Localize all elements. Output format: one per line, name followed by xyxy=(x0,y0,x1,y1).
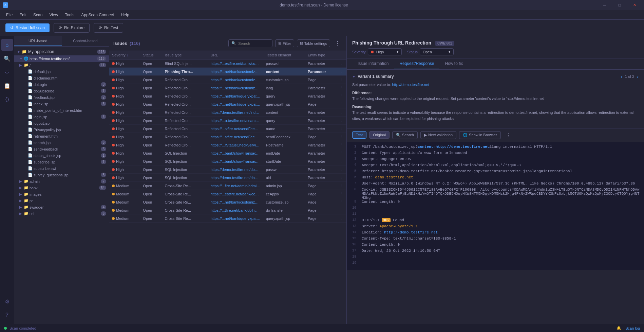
sidebar-icon-code[interactable]: ⟨⟩ xyxy=(1,93,13,105)
table-row[interactable]: High Open SQL Injection https://demo.tes… xyxy=(109,174,346,182)
table-row[interactable]: High Open Blind SQL Inje... https://...e… xyxy=(109,59,346,68)
sidebar-icon-help[interactable]: ? xyxy=(1,309,13,321)
tree-item-inside-points-of-interest-htm[interactable]: 📄 inside_points_of_interest.htm xyxy=(14,107,109,113)
cell-more[interactable]: ⋮ xyxy=(337,198,346,206)
cell-more[interactable]: ⋮ xyxy=(337,157,346,165)
cell-more[interactable]: ⋮ xyxy=(337,165,346,174)
cell-more[interactable]: ⋮ xyxy=(337,125,346,133)
cell-more[interactable]: ⋮ xyxy=(337,59,346,68)
cell-more[interactable]: ⋮ xyxy=(337,133,346,141)
more-options-button[interactable]: ⋮ xyxy=(333,39,342,47)
tree-item-images[interactable]: ▶📁 images xyxy=(14,191,109,197)
table-row[interactable]: Medium Open Cross-Site Re... https://...… xyxy=(109,214,346,223)
table-row[interactable]: High Open SQL Injection https://demo.tes… xyxy=(109,165,346,174)
cell-more[interactable]: ⋮ xyxy=(337,214,346,223)
collapse-arrow[interactable]: ▼ xyxy=(352,75,356,78)
show-browser-button[interactable]: 🌐 Show in Browser xyxy=(459,131,501,139)
sidebar-icon-settings[interactable]: ⚙ xyxy=(1,295,13,308)
sidebar-icon-shield[interactable]: 🛡 xyxy=(1,66,13,78)
tree-item-swagger[interactable]: ▶📁 swagger4 xyxy=(14,204,109,210)
sidebar-icon-home[interactable]: ⌂ xyxy=(1,39,13,51)
table-row[interactable]: High Open Reflected Cro... https://...o.… xyxy=(109,117,346,125)
table-row[interactable]: High Open Reflected Cro... https://...ne… xyxy=(109,84,346,92)
table-row[interactable]: High Open Reflected Cro... https://...ne… xyxy=(109,76,346,84)
retest-button[interactable]: ⟳ Re-Test xyxy=(94,23,123,33)
tab-issue-information[interactable]: Issue information xyxy=(352,58,394,69)
tree-item-pr[interactable]: ▶📁 pr xyxy=(14,197,109,204)
table-settings-button[interactable]: ⊟ Table settings xyxy=(297,39,330,47)
table-row[interactable]: High Open Reflected Cro... https://demo.… xyxy=(109,108,346,117)
cell-more[interactable]: ⋮ xyxy=(337,174,346,182)
menu-item-edit[interactable]: Edit xyxy=(16,11,30,19)
tree-item-sendfeedback[interactable]: 📄 sendFeedback5 xyxy=(14,146,109,152)
req-more-button[interactable]: ⋮ xyxy=(504,131,513,139)
tree-item-dosubscribe[interactable]: 📄 doSubscribe1 xyxy=(14,88,109,94)
tree-item-login-jsp[interactable]: 📄 login.jsp3 xyxy=(14,113,109,120)
cell-more[interactable]: ⋮ xyxy=(337,190,346,198)
menu-item-appscan connect[interactable]: AppScan Connect xyxy=(78,11,117,19)
tree-item-default-jsp[interactable]: 📄 default.jsp xyxy=(14,68,109,75)
tree-item-root-url[interactable]: ▼🌐 https://demo.testfire.net/116 xyxy=(14,55,109,62)
cell-more[interactable]: ⋮ xyxy=(337,141,346,149)
reexplore-button[interactable]: ⟳ Re-Explore xyxy=(54,23,90,33)
table-row[interactable]: High Open Reflected Cro... https://...st… xyxy=(109,125,346,133)
cell-more[interactable]: ⋮ xyxy=(337,182,346,190)
menu-item-help[interactable]: Help xyxy=(117,11,133,19)
tree-item-index-jsp[interactable]: 📄 index.jsp6 xyxy=(14,101,109,107)
tree-item-retirement-htm[interactable]: 📄 retirement.htm xyxy=(14,133,109,139)
status-select[interactable]: Open ▾ xyxy=(420,48,454,55)
tab-how-to-fix[interactable]: How to fix xyxy=(439,58,468,69)
variant-prev-button[interactable]: ‹ xyxy=(621,74,622,79)
severity-select[interactable]: High ▾ xyxy=(368,48,402,55)
cell-more[interactable]: ⋮ xyxy=(337,76,346,84)
table-row[interactable]: High Open Reflected Cro... https://...rS… xyxy=(109,141,346,149)
table-row[interactable]: High Open SQL Injection https://...bank/… xyxy=(109,157,346,165)
sidebar-icon-scan[interactable]: 🔍 xyxy=(1,52,13,65)
cell-more[interactable]: ⋮ xyxy=(337,108,346,117)
cell-more[interactable]: ⋮ xyxy=(337,84,346,92)
restart-scan-button[interactable]: ↺ Restart full scan xyxy=(5,23,50,32)
menu-item-tools[interactable]: Tools xyxy=(61,11,78,19)
menu-item-file[interactable]: File xyxy=(3,11,16,19)
cell-more[interactable]: ⋮ xyxy=(337,206,346,214)
cell-more[interactable]: ⋮ xyxy=(337,100,346,108)
tree-item-privacypolicy-jsp[interactable]: 📄 Privacypolicy.jsp xyxy=(14,126,109,133)
cell-more[interactable]: ⋮ xyxy=(337,68,346,76)
close-button[interactable]: ✕ xyxy=(628,0,641,10)
maximize-button[interactable]: □ xyxy=(613,0,626,10)
variant-next-button[interactable]: › xyxy=(637,74,639,79)
tree-item-disclaimer-htm[interactable]: 📄 disclaimer.htm xyxy=(14,75,109,81)
bell-icon[interactable]: 🔔 xyxy=(617,326,621,330)
tree-item-subscribe-jsp[interactable]: 📄 subscribe.jsp1 xyxy=(14,159,109,165)
tree-item-status-check-jsp[interactable]: 📄 status_check.jsp1 xyxy=(14,152,109,159)
minimize-button[interactable]: ─ xyxy=(598,0,611,10)
table-row[interactable]: Medium Open Cross-Site Re... https://...… xyxy=(109,190,346,198)
table-row[interactable]: High Open Reflected Cro... https://...ne… xyxy=(109,92,346,100)
tab-request-response[interactable]: Request/Response xyxy=(394,58,439,69)
tab-url-based[interactable]: URL-based xyxy=(14,36,62,46)
cell-more[interactable]: ⋮ xyxy=(337,149,346,157)
search-request-button[interactable]: 🔍 Search xyxy=(392,131,418,139)
tree-item-subscribe-swf[interactable]: 📄 subscribe.swf xyxy=(14,165,109,172)
tree-item-util[interactable]: ▶📁 util5 xyxy=(14,210,109,217)
table-row[interactable]: High Open Phishing Thro... https://...ne… xyxy=(109,68,346,76)
tree-item--[interactable]: ▶📁 /11 xyxy=(14,62,109,68)
next-validation-button[interactable]: ▶ Next validation xyxy=(420,131,456,139)
tree-item-survey-questions-jsp[interactable]: 📄 survey_questions.jsp3 xyxy=(14,172,109,178)
menu-item-scan[interactable]: Scan xyxy=(30,11,46,19)
filter-button[interactable]: ⊞ Filter xyxy=(275,39,294,47)
tree-root[interactable]: ▼ 📁 My application 116 xyxy=(14,48,109,55)
cell-more[interactable]: ⋮ xyxy=(337,117,346,125)
tree-item-dologin[interactable]: 📄 doLogin8 xyxy=(14,81,109,88)
tree-item-bank[interactable]: ▶📁 bank54 xyxy=(14,185,109,191)
table-row[interactable]: High Open Reflected Cro... https://...st… xyxy=(109,133,346,141)
sidebar-icon-report[interactable]: 📋 xyxy=(1,80,13,92)
table-row[interactable]: Medium Open Cross-Site Re... https://...… xyxy=(109,182,346,190)
menu-item-view[interactable]: View xyxy=(46,11,61,19)
table-row[interactable]: High Open SQL Injection https://...bank/… xyxy=(109,149,346,157)
scan-log-link[interactable]: Scan log xyxy=(625,326,640,330)
test-button[interactable]: Test xyxy=(352,131,366,139)
tree-item-search-jsp[interactable]: 📄 search.jsp5 xyxy=(14,139,109,146)
tree-item-logout-jsp[interactable]: 📄 logout.jsp xyxy=(14,120,109,126)
original-button[interactable]: Original xyxy=(369,131,390,139)
